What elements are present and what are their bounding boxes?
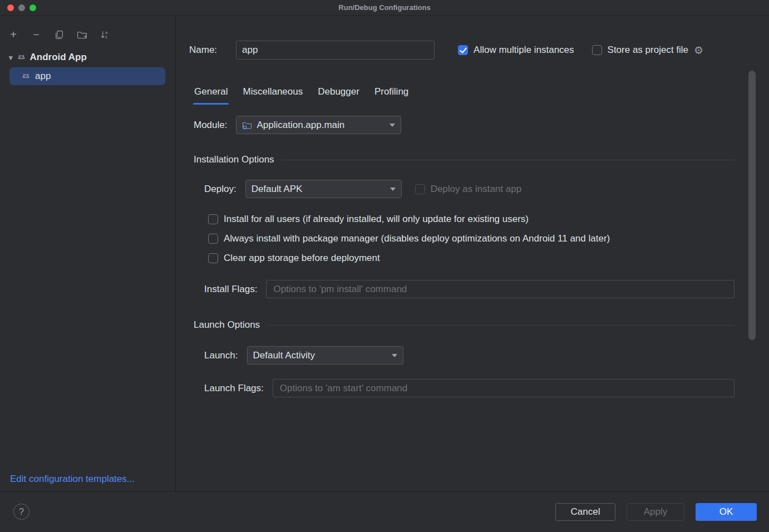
install-checkboxes: Install for all users (if already instal…: [208, 209, 752, 268]
module-icon: [242, 121, 252, 130]
name-row: Name: Allow multiple instances Store as …: [189, 41, 752, 60]
ok-button[interactable]: OK: [696, 503, 757, 521]
section-divider: [281, 160, 735, 160]
deploy-as-instant-app-label: Deploy as instant app: [431, 184, 522, 195]
section-divider: [267, 325, 735, 326]
new-folder-icon: [77, 30, 87, 40]
store-as-project-file-checkbox[interactable]: Store as project file: [592, 45, 689, 56]
deploy-label: Deploy:: [204, 184, 236, 195]
tree-group-android-app[interactable]: ▾ Android App: [0, 49, 175, 66]
launch-row: Launch: Default Activity: [204, 346, 752, 364]
installation-options-title: Installation Options: [194, 154, 274, 165]
dialog-footer: ? Cancel Apply OK: [0, 491, 769, 531]
tab-debugger[interactable]: Debugger: [318, 86, 359, 105]
android-icon: [17, 52, 26, 63]
tree-item-label: app: [35, 71, 51, 82]
tree-item-app[interactable]: app: [9, 67, 165, 85]
remove-configuration-button[interactable]: −: [31, 29, 42, 40]
launch-flags-input[interactable]: [273, 379, 735, 397]
deploy-select[interactable]: Default APK: [245, 180, 402, 198]
close-window-button[interactable]: [7, 4, 14, 11]
gear-icon[interactable]: ⚙: [694, 45, 703, 56]
checkbox-unchecked-icon[interactable]: [208, 253, 218, 263]
window-title: Run/Debug Configurations: [0, 3, 769, 12]
checkbox-unchecked-icon[interactable]: [592, 45, 602, 55]
launch-options-title: Launch Options: [194, 319, 260, 331]
checkbox-checked-icon[interactable]: [458, 45, 468, 55]
always-install-package-manager-label: Always install with package manager (dis…: [224, 233, 610, 244]
install-flags-input[interactable]: [266, 280, 735, 298]
configurations-sidebar: + − a: [0, 16, 176, 491]
install-flags-row: Install Flags:: [204, 280, 735, 298]
name-label: Name:: [189, 45, 217, 56]
configuration-tabs: General Miscellaneous Debugger Profiling: [189, 86, 752, 105]
configuration-form: Name: Allow multiple instances Store as …: [176, 16, 769, 491]
store-as-project-file-label: Store as project file: [608, 45, 689, 56]
install-for-all-users-label: Install for all users (if already instal…: [224, 214, 529, 225]
launch-select[interactable]: Default Activity: [247, 346, 403, 364]
always-install-package-manager-checkbox[interactable]: Always install with package manager (dis…: [208, 229, 752, 248]
module-row: Module: Application.app.main: [194, 116, 752, 134]
module-label: Module:: [194, 120, 227, 131]
module-value: Application.app.main: [257, 120, 344, 131]
launch-value: Default Activity: [253, 350, 316, 361]
minimize-window-button[interactable]: [18, 4, 25, 11]
configurations-tree: ▾ Android App: [0, 49, 175, 85]
tab-miscellaneous[interactable]: Miscellaneous: [243, 86, 303, 105]
deploy-as-instant-app-checkbox: Deploy as instant app: [415, 184, 522, 195]
tab-general[interactable]: General: [194, 86, 228, 105]
deploy-row: Deploy: Default APK Deploy as instant ap…: [204, 180, 735, 198]
module-select[interactable]: Application.app.main: [236, 116, 401, 134]
copy-icon: [55, 30, 64, 40]
sort-alpha-icon: a z: [100, 30, 110, 40]
sidebar-toolbar: + − a: [0, 16, 175, 43]
name-input[interactable]: [236, 41, 435, 60]
checkbox-unchecked-icon[interactable]: [208, 214, 218, 224]
help-button[interactable]: ?: [13, 504, 29, 520]
cancel-button[interactable]: Cancel: [555, 503, 615, 521]
chevron-down-icon: [390, 124, 395, 127]
launch-label: Launch:: [204, 350, 238, 361]
tab-profiling[interactable]: Profiling: [374, 86, 408, 105]
launch-flags-row: Launch Flags:: [204, 379, 735, 397]
sort-configurations-button[interactable]: a z: [99, 29, 110, 40]
install-flags-label: Install Flags:: [204, 284, 257, 295]
allow-multiple-instances-label: Allow multiple instances: [474, 45, 574, 56]
chevron-down-icon: [392, 354, 397, 357]
vertical-scrollbar[interactable]: [748, 71, 756, 340]
chevron-down-icon: [390, 188, 396, 191]
add-configuration-button[interactable]: +: [8, 29, 19, 40]
allow-multiple-instances-checkbox[interactable]: Allow multiple instances: [458, 45, 574, 56]
svg-text:z: z: [105, 34, 107, 39]
copy-configuration-button[interactable]: [53, 29, 65, 40]
zoom-window-button[interactable]: [29, 4, 36, 11]
edit-configuration-templates-link[interactable]: Edit configuration templates...: [10, 474, 135, 485]
android-icon: [21, 71, 31, 82]
deploy-value: Default APK: [252, 184, 303, 195]
titlebar: Run/Debug Configurations: [0, 0, 769, 16]
run-debug-configurations-dialog: Run/Debug Configurations + −: [0, 0, 769, 532]
chevron-down-icon: ▾: [9, 54, 13, 61]
tree-group-label: Android App: [30, 52, 87, 63]
clear-app-storage-label: Clear app storage before deployment: [224, 253, 380, 264]
launch-flags-label: Launch Flags:: [204, 383, 264, 394]
installation-options-section: Installation Options: [194, 154, 735, 165]
checkbox-unchecked-icon[interactable]: [208, 234, 218, 244]
install-for-all-users-checkbox[interactable]: Install for all users (if already instal…: [208, 209, 752, 229]
checkbox-disabled-icon: [415, 184, 425, 194]
traffic-lights: [7, 4, 36, 11]
new-folder-button[interactable]: [76, 29, 87, 40]
launch-options-section: Launch Options: [194, 319, 735, 331]
apply-button: Apply: [627, 503, 684, 521]
clear-app-storage-checkbox[interactable]: Clear app storage before deployment: [208, 248, 752, 268]
